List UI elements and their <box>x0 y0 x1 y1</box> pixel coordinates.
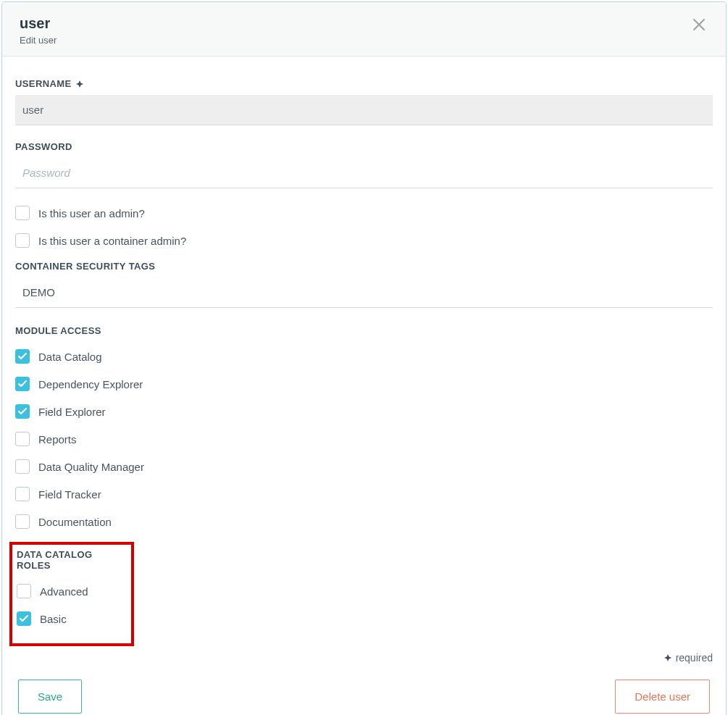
module-access-label: Module Access <box>15 325 713 336</box>
delete-user-button[interactable]: Delete user <box>615 680 710 714</box>
module-access-label-data-quality-manager: Data Quality Manager <box>38 461 144 473</box>
data-catalog-role-row-basic: Basic <box>17 611 125 626</box>
data-catalog-role-checkbox-advanced[interactable] <box>17 584 31 598</box>
module-access-label-dependency-explorer: Dependency Explorer <box>38 378 143 390</box>
required-indicator-icon <box>76 80 83 88</box>
username-input[interactable] <box>15 95 713 125</box>
data-catalog-roles-label: Data Catalog Roles <box>17 549 125 571</box>
svg-marker-1 <box>664 654 671 661</box>
module-access-row-data-quality-manager: Data Quality Manager <box>15 459 713 474</box>
container-admin-checkbox-label: Is this user a container admin? <box>38 235 186 247</box>
admin-checkbox-label: Is this user an admin? <box>38 207 145 219</box>
module-access-checkbox-field-tracker[interactable] <box>15 487 30 501</box>
module-access-row-field-explorer: Field Explorer <box>15 404 713 419</box>
dialog-body: Username Password Is this user an admin?… <box>2 57 726 652</box>
close-icon <box>693 18 706 31</box>
module-access-checkbox-reports[interactable] <box>15 432 30 446</box>
module-access-list: Data CatalogDependency ExplorerField Exp… <box>15 349 713 529</box>
module-access-label-reports: Reports <box>38 433 77 446</box>
module-access-row-reports: Reports <box>15 432 713 446</box>
module-access-checkbox-documentation[interactable] <box>15 514 30 529</box>
container-admin-checkbox[interactable] <box>15 233 30 248</box>
admin-checkbox[interactable] <box>15 206 30 220</box>
module-access-row-data-catalog: Data Catalog <box>15 349 713 364</box>
security-tags-input[interactable] <box>15 277 713 308</box>
password-input[interactable] <box>15 158 713 188</box>
data-catalog-role-label-basic: Basic <box>40 613 67 625</box>
svg-marker-0 <box>76 80 83 88</box>
module-access-label-field-explorer: Field Explorer <box>38 406 106 418</box>
dialog-header: user Edit user <box>2 2 726 57</box>
module-access-row-field-tracker: Field Tracker <box>15 487 713 501</box>
module-access-label-data-catalog: Data Catalog <box>38 351 102 363</box>
required-footer: required <box>2 652 726 675</box>
close-button[interactable] <box>690 15 708 34</box>
module-access-label-documentation: Documentation <box>38 516 112 528</box>
module-access-label-field-tracker: Field Tracker <box>38 488 101 501</box>
data-catalog-role-checkbox-basic[interactable] <box>17 611 31 626</box>
module-access-checkbox-data-quality-manager[interactable] <box>15 459 30 474</box>
highlighted-roles-box: Data Catalog Roles AdvancedBasic <box>9 542 134 646</box>
data-catalog-roles-list: AdvancedBasic <box>17 584 125 626</box>
module-access-row-dependency-explorer: Dependency Explorer <box>15 377 713 391</box>
dialog-subtitle: Edit user <box>20 35 57 46</box>
module-access-checkbox-field-explorer[interactable] <box>15 404 30 419</box>
username-label: Username <box>15 78 713 89</box>
data-catalog-role-label-advanced: Advanced <box>40 585 88 598</box>
data-catalog-role-row-advanced: Advanced <box>17 584 125 598</box>
module-access-checkbox-dependency-explorer[interactable] <box>15 377 30 391</box>
dialog-title: user <box>20 15 57 32</box>
required-indicator-icon <box>664 654 671 661</box>
edit-user-dialog: user Edit user Username Password Is this… <box>1 1 727 715</box>
dialog-footer: Save Delete user <box>2 675 726 715</box>
security-tags-label: Container Security Tags <box>15 261 713 272</box>
save-button[interactable]: Save <box>18 680 82 714</box>
password-label: Password <box>15 141 713 152</box>
module-access-row-documentation: Documentation <box>15 514 713 529</box>
module-access-checkbox-data-catalog[interactable] <box>15 349 30 364</box>
